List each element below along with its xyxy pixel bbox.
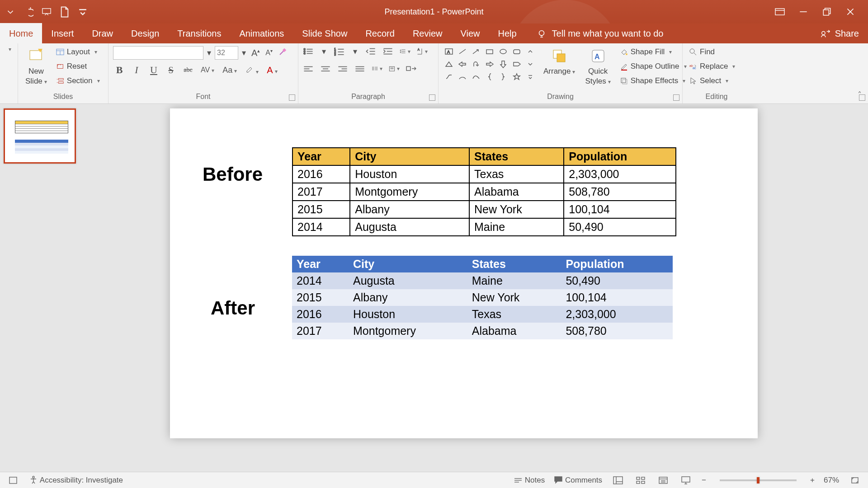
zoom-slider-thumb[interactable] bbox=[757, 477, 760, 483]
zoom-out-button[interactable]: − bbox=[702, 476, 706, 485]
normal-view-button[interactable] bbox=[611, 475, 625, 485]
shape-oval-icon[interactable] bbox=[497, 46, 509, 57]
shape-line-icon[interactable] bbox=[457, 46, 468, 57]
section-button[interactable]: Section bbox=[54, 75, 102, 87]
shape-uturn-icon[interactable] bbox=[470, 59, 482, 70]
shape-effects-button[interactable]: Shape Effects bbox=[618, 75, 689, 87]
bullets-caret-icon[interactable]: ▾ bbox=[320, 47, 328, 56]
clear-formatting-icon[interactable] bbox=[276, 47, 289, 59]
tab-help[interactable]: Help bbox=[489, 23, 525, 43]
shrink-font-icon[interactable]: A▾ bbox=[264, 48, 274, 57]
before-table[interactable]: Year City States Population 2016HoustonT… bbox=[292, 147, 676, 236]
replace-button[interactable]: abac Replace bbox=[687, 61, 737, 72]
shape-outline-button[interactable]: Shape Outline bbox=[618, 61, 689, 72]
shape-star-icon[interactable] bbox=[511, 71, 523, 82]
paste-button[interactable] bbox=[7, 46, 11, 52]
slideshow-view-button[interactable] bbox=[679, 475, 693, 485]
undo-icon[interactable] bbox=[24, 7, 33, 17]
align-center-button[interactable] bbox=[320, 63, 331, 74]
zoom-slider[interactable] bbox=[720, 479, 797, 481]
font-size-input[interactable] bbox=[215, 46, 238, 60]
shapes-gallery[interactable]: A bbox=[443, 46, 536, 82]
tab-view[interactable]: View bbox=[451, 23, 489, 43]
shape-gallery-down-icon[interactable] bbox=[524, 59, 536, 70]
layout-button[interactable]: Layout bbox=[54, 46, 102, 58]
shape-connector-icon[interactable] bbox=[443, 71, 455, 82]
shape-gallery-up-icon[interactable] bbox=[524, 46, 536, 57]
decrease-indent-button[interactable] bbox=[365, 46, 376, 57]
comments-button[interactable]: Comments bbox=[554, 476, 602, 485]
align-right-button[interactable] bbox=[337, 63, 348, 74]
shape-d-arrow-icon[interactable] bbox=[497, 59, 509, 70]
drawing-launcher-icon[interactable] bbox=[673, 94, 679, 101]
justify-button[interactable] bbox=[354, 63, 365, 74]
grow-font-icon[interactable]: A▴ bbox=[250, 48, 262, 58]
share-button[interactable]: Share bbox=[821, 28, 859, 39]
tell-me-search[interactable]: Tell me what you want to do bbox=[537, 28, 664, 43]
shape-l-arrow-icon[interactable] bbox=[457, 59, 468, 70]
slide-thumbnails-panel[interactable] bbox=[0, 104, 80, 472]
font-name-caret-icon[interactable]: ▾ bbox=[205, 48, 213, 58]
shape-fill-button[interactable]: Shape Fill bbox=[618, 46, 689, 58]
qat-customize-icon[interactable] bbox=[78, 7, 88, 17]
after-table[interactable]: Year City States Population 2014AugustaM… bbox=[292, 256, 673, 339]
reset-button[interactable]: Reset bbox=[54, 61, 102, 72]
reading-view-button[interactable] bbox=[656, 475, 670, 485]
restore-icon[interactable] bbox=[822, 7, 832, 17]
quick-styles-button[interactable]: A Quick Styles bbox=[582, 46, 613, 86]
arrange-button[interactable]: Arrange bbox=[541, 46, 578, 76]
font-size-caret-icon[interactable]: ▾ bbox=[240, 48, 248, 58]
text-direction-button[interactable]: A bbox=[417, 46, 428, 57]
bold-button[interactable]: B bbox=[113, 64, 126, 76]
select-button[interactable]: Select bbox=[687, 75, 737, 87]
slide-thumbnail-1[interactable] bbox=[4, 108, 76, 164]
font-launcher-icon[interactable] bbox=[289, 94, 295, 101]
qat-more-icon[interactable] bbox=[5, 7, 15, 17]
shape-rbrace-icon[interactable] bbox=[497, 71, 509, 82]
numbering-caret-icon[interactable]: ▾ bbox=[351, 47, 359, 56]
shadow-button[interactable]: S bbox=[165, 65, 177, 75]
change-case-button[interactable]: Aa bbox=[221, 66, 239, 75]
numbering-button[interactable]: 123 bbox=[334, 46, 345, 57]
tab-home[interactable]: Home bbox=[0, 23, 42, 43]
paragraph-launcher-icon[interactable] bbox=[429, 94, 435, 101]
status-left-icon[interactable] bbox=[6, 475, 20, 485]
new-file-icon[interactable] bbox=[60, 7, 70, 17]
align-left-button[interactable] bbox=[303, 63, 314, 74]
shape-textbox-icon[interactable]: A bbox=[443, 46, 455, 57]
shape-rect-icon[interactable] bbox=[484, 46, 495, 57]
minimize-icon[interactable] bbox=[798, 7, 808, 17]
new-slide-button[interactable]: New Slide bbox=[23, 46, 50, 86]
shape-lbrace-icon[interactable] bbox=[484, 71, 495, 82]
italic-button[interactable]: I bbox=[130, 64, 143, 76]
columns-button[interactable] bbox=[372, 63, 382, 74]
close-icon[interactable] bbox=[845, 7, 855, 17]
accessibility-status[interactable]: Accessibility: Investigate bbox=[29, 475, 123, 485]
tab-record[interactable]: Record bbox=[356, 23, 403, 43]
shape-roundrect-icon[interactable] bbox=[511, 46, 523, 57]
slide-1[interactable]: Before After Year City States Population… bbox=[170, 108, 758, 438]
shape-pentagon-icon[interactable] bbox=[511, 59, 523, 70]
font-name-input[interactable] bbox=[113, 46, 203, 60]
strikethrough-button[interactable]: abc bbox=[182, 66, 194, 74]
increase-indent-button[interactable] bbox=[382, 46, 393, 57]
line-spacing-button[interactable] bbox=[400, 46, 410, 57]
shape-arrow-line-icon[interactable] bbox=[470, 46, 482, 57]
shape-triangle-icon[interactable] bbox=[443, 59, 455, 70]
shape-arc-icon[interactable] bbox=[457, 71, 468, 82]
shape-gallery-more-icon[interactable] bbox=[524, 71, 536, 82]
highlight-button[interactable] bbox=[243, 65, 260, 76]
notes-button[interactable]: Notes bbox=[514, 476, 545, 485]
tab-animations[interactable]: Animations bbox=[230, 23, 293, 43]
tab-design[interactable]: Design bbox=[122, 23, 168, 43]
fit-to-window-button[interactable] bbox=[848, 475, 862, 485]
start-slideshow-icon[interactable] bbox=[42, 7, 52, 17]
zoom-percent[interactable]: 67% bbox=[824, 476, 839, 485]
tab-insert[interactable]: Insert bbox=[42, 23, 83, 43]
font-color-button[interactable]: A bbox=[265, 65, 279, 75]
sorter-view-button[interactable] bbox=[634, 475, 647, 485]
smartart-button[interactable] bbox=[406, 63, 417, 74]
shape-r-arrow-icon[interactable] bbox=[484, 59, 495, 70]
zoom-in-button[interactable]: + bbox=[810, 476, 815, 485]
tab-transitions[interactable]: Transitions bbox=[168, 23, 230, 43]
